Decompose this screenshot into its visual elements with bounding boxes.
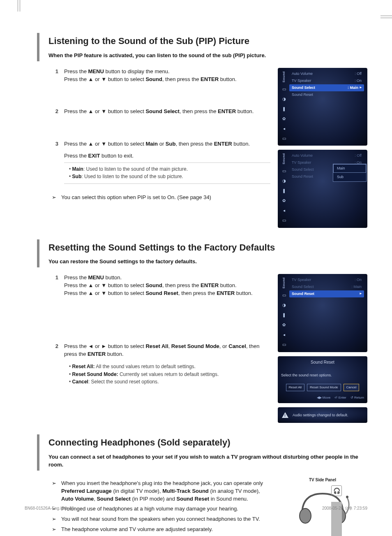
section-title: Resetting the Sound Settings to the Fact… xyxy=(48,241,367,254)
tv-icon: ▭ xyxy=(281,293,287,299)
section-intro: You can connect a set of headphones to y… xyxy=(48,453,367,469)
note-arrow-icon xyxy=(52,480,59,503)
crop-mark-top xyxy=(18,0,20,12)
drop-icon: ❚ xyxy=(281,106,287,112)
note: You will not hear sound from the speaker… xyxy=(37,515,270,523)
option-main: Main xyxy=(333,164,366,173)
step-1: 1 Press the MENU button to display the m… xyxy=(37,68,270,84)
osd-sidebar-label: Sound xyxy=(281,153,286,164)
warning-icon xyxy=(282,412,288,418)
step-body: Press the MENU button. Press the ▲ or ▼ … xyxy=(64,274,270,297)
step-number: 3 xyxy=(52,140,58,183)
speaker-icon: ◑ xyxy=(281,96,287,102)
steps-column: 1 Press the MENU button. Press the ▲ or … xyxy=(37,274,270,398)
section-headphones: Connecting Headphones (Sold separately) … xyxy=(37,434,367,536)
note-arrow-icon xyxy=(52,526,59,534)
osd-sidebar-label: Sound xyxy=(281,277,286,288)
headphone-jack-icon: 🎧 xyxy=(331,485,342,496)
osd-sound-reset: Sound ▭ ◑ ❚ ✿ ◂ ▭ TV Speaker: On Sound S… xyxy=(278,274,367,352)
step-number: 1 xyxy=(52,274,58,297)
section-intro: You can restore the Sound settings to th… xyxy=(48,258,367,266)
osd-highlighted-row: Sound Reset xyxy=(289,290,364,297)
step-1: 1 Press the MENU button. Press the ▲ or … xyxy=(37,274,270,297)
drop-icon: ❚ xyxy=(281,313,287,318)
step-number: 2 xyxy=(52,343,58,389)
dialog-text: Select the sound reset options. xyxy=(281,373,364,378)
dialog-footer: ◀▶ Move ⏎ Enter ↺ Return xyxy=(281,395,364,400)
tv-icon: ▭ xyxy=(281,169,287,174)
app-icon: ▭ xyxy=(281,218,287,224)
step-number: 2 xyxy=(52,108,58,116)
step-number: 1 xyxy=(52,68,58,84)
section-reset-sound: Resetting the Sound Settings to the Fact… xyxy=(37,239,367,423)
step-body: Press the ▲ or ▼ button to select Sound … xyxy=(64,108,270,116)
steps-column: 1 Press the MENU button to display the m… xyxy=(37,68,270,202)
speaker-icon: ◑ xyxy=(281,303,287,309)
speaker-icon: ◑ xyxy=(281,179,287,184)
osd-options-popup: Main Sub xyxy=(333,164,367,182)
osd-sound-select: Sound ▭ ◑ ❚ ✿ ◂ ▭ Auto Volume: Off TV Sp… xyxy=(278,68,367,146)
bullet-box: • Reset All: All the sound values return… xyxy=(64,360,270,388)
heading-block: Resetting the Sound Settings to the Fact… xyxy=(37,239,367,268)
option-sub: Sub xyxy=(333,173,366,181)
section-title: Connecting Headphones (Sold separately) xyxy=(48,436,367,449)
document-footer: BN68-01526A-Eng.indb 40 2008-05-28 오후 7:… xyxy=(25,506,367,512)
osd-highlighted-row: Sound Select: Main xyxy=(289,84,364,91)
osd-column: Sound ▭ ◑ ❚ ✿ ◂ ▭ TV Speaker: On Sound S… xyxy=(278,274,367,423)
step-body: Press the MENU button to display the men… xyxy=(64,68,270,84)
alert-box: Audio settings changed to default. xyxy=(278,407,367,423)
reset-all-button: Reset All xyxy=(286,384,305,391)
doc-filename: BN68-01526A-Eng.indb 40 xyxy=(25,506,74,512)
note-text: You will not hear sound from the speaker… xyxy=(61,515,260,523)
heading-block: Connecting Headphones (Sold separately) … xyxy=(37,434,367,471)
step-2: 2 Press the ▲ or ▼ button to select Soun… xyxy=(37,108,270,116)
doc-timestamp: 2008-05-28 오후 7:23:59 xyxy=(322,506,367,512)
gear-icon: ✿ xyxy=(281,116,287,122)
section-pip-sound: Listening to the Sound of the Sub (PIP) … xyxy=(37,33,367,228)
tv-icon: ▭ xyxy=(281,86,287,92)
dialog-title: Sound Reset xyxy=(281,360,364,366)
crop-mark-right xyxy=(380,16,392,18)
note: The headphone volume and TV volume are a… xyxy=(37,526,270,534)
section-title: Listening to the Sound of the Sub (PIP) … xyxy=(48,35,367,48)
bullet-box: • Main: Used to listen to the sound of t… xyxy=(64,162,270,184)
note: When you insert the headphone's plug int… xyxy=(37,480,270,503)
osd-sidebar-label: Sound xyxy=(281,71,286,82)
sound-reset-dialog: Sound Reset Select the sound reset optio… xyxy=(278,356,367,404)
input-icon: ◂ xyxy=(281,208,287,214)
input-icon: ◂ xyxy=(281,332,287,338)
drop-icon: ❚ xyxy=(281,188,287,194)
cancel-button: Cancel xyxy=(344,384,360,391)
step-3: 3 Press the ▲ or ▼ button to select Main… xyxy=(37,140,270,183)
panel-caption: TV Side Panel xyxy=(278,477,367,483)
note-text: The headphone volume and TV volume are a… xyxy=(61,526,213,534)
heading-block: Listening to the Sound of the Sub (PIP) … xyxy=(37,33,367,61)
note-arrow-icon xyxy=(52,515,59,523)
app-icon: ▭ xyxy=(281,136,287,142)
svg-point-2 xyxy=(346,496,348,498)
app-icon: ▭ xyxy=(281,342,287,348)
reset-sound-mode-button: Reset Sound Mode xyxy=(307,384,341,391)
osd-column: Sound ▭ ◑ ❚ ✿ ◂ ▭ Auto Volume: Off TV Sp… xyxy=(278,68,367,228)
alert-text: Audio settings changed to default. xyxy=(293,413,348,418)
input-icon: ◂ xyxy=(281,126,287,132)
gear-icon: ✿ xyxy=(281,198,287,204)
step-2: 2 Press the ◄ or ► button to select Rese… xyxy=(37,343,270,389)
note: You can select this option when PIP is s… xyxy=(37,194,270,202)
note-text: You can select this option when PIP is s… xyxy=(61,194,211,202)
note-text: When you insert the headphone's plug int… xyxy=(61,480,270,503)
section-intro: When the PIP feature is activated, you c… xyxy=(48,52,367,60)
note-arrow-icon xyxy=(52,194,59,202)
step-body: Press the ◄ or ► button to select Reset … xyxy=(64,343,270,389)
step-body: Press the ▲ or ▼ button to select Main o… xyxy=(64,140,270,183)
gear-icon: ✿ xyxy=(281,323,287,328)
osd-sound-select-popup: Sound ▭ ◑ ❚ ✿ ◂ ▭ Auto Volume: Off TV Sp… xyxy=(278,150,367,227)
